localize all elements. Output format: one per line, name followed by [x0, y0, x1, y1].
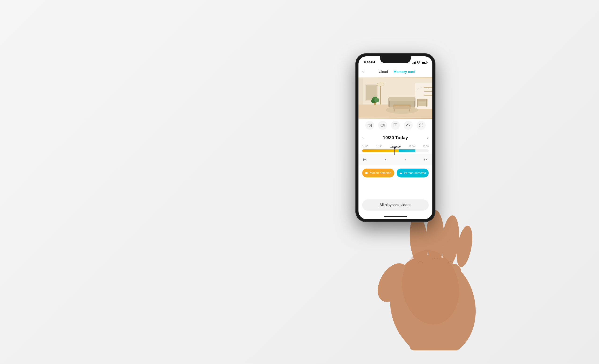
screenshot-button[interactable]: [365, 121, 374, 130]
tab-cloud[interactable]: Cloud: [379, 70, 388, 74]
bar2: [413, 62, 414, 64]
svg-rect-25: [424, 91, 432, 92]
bar3: [414, 62, 415, 64]
svg-rect-17: [426, 99, 427, 106]
home-bar: [384, 216, 407, 217]
status-icons: [412, 61, 427, 64]
svg-rect-16: [417, 99, 418, 106]
timeline-label-1130: 11:30: [376, 145, 382, 148]
date-navigation: ‹ 10/20 Today ›: [359, 132, 432, 143]
phone-frame: 8:16AM: [356, 53, 435, 222]
home-indicator: [359, 214, 432, 219]
mute-button[interactable]: [404, 121, 413, 130]
svg-rect-31: [381, 124, 383, 127]
svg-point-27: [386, 106, 418, 114]
svg-point-30: [369, 125, 370, 127]
room-scene-svg: [359, 77, 432, 119]
person-detected-button[interactable]: Person detected: [396, 169, 429, 178]
phone-notch: [380, 56, 411, 63]
bar4: [415, 61, 415, 64]
svg-rect-10: [389, 97, 415, 101]
battery-icon: [422, 61, 427, 64]
timeline-label-1100: 11:00: [362, 145, 368, 148]
phone-screen: 8:16AM: [359, 56, 432, 219]
timeline-motion-segment: [362, 149, 399, 152]
scene-container: 8:16AM: [136, 42, 463, 322]
motion-detected-button[interactable]: Motion detected: [362, 169, 394, 178]
nav-tabs: Cloud Memory card: [365, 70, 429, 74]
detection-buttons: Motion detected Person detected: [359, 165, 432, 180]
svg-point-42: [440, 215, 461, 266]
person-icon: [399, 171, 403, 175]
back-button[interactable]: ‹: [362, 69, 365, 74]
svg-point-46: [396, 245, 465, 329]
skip-to-start-button[interactable]: ⏮: [363, 157, 367, 161]
timeline-container: 11:00 11:30 12:00:00 12:30 13:00: [359, 143, 432, 154]
camera-controls: ×1: [359, 119, 432, 132]
svg-rect-26: [424, 95, 432, 95]
camera-view: [359, 77, 432, 119]
svg-point-19: [377, 83, 384, 86]
motion-icon: [365, 171, 368, 175]
next-frame-button[interactable]: -: [405, 157, 406, 161]
timeline-cursor: [395, 147, 395, 155]
wifi-icon: [417, 61, 421, 64]
timeline-person-segment: [399, 149, 415, 152]
svg-rect-36: [365, 172, 367, 174]
svg-point-23: [374, 98, 379, 102]
svg-point-0: [418, 63, 419, 64]
svg-rect-28: [359, 78, 363, 104]
timeline-label-1300: 13:00: [423, 145, 429, 148]
svg-rect-24: [424, 87, 432, 88]
skip-to-end-button[interactable]: ⏭: [424, 157, 428, 161]
svg-point-39: [371, 258, 415, 307]
motion-detected-label: Motion detected: [370, 171, 391, 175]
svg-rect-44: [405, 264, 461, 322]
timeline-label-1230: 12:30: [409, 145, 415, 148]
date-title: 10/20 Today: [383, 135, 408, 140]
nav-header: ‹ Cloud Memory card: [359, 67, 432, 77]
content-spacer: [359, 180, 432, 198]
prev-frame-button[interactable]: -: [385, 157, 386, 161]
tab-memory-card[interactable]: Memory card: [394, 70, 415, 74]
fullscreen-button[interactable]: [417, 121, 426, 130]
phone-wrapper: 8:16AM: [356, 53, 435, 222]
person-detected-label: Person detected: [404, 171, 426, 175]
svg-rect-15: [417, 99, 427, 101]
playback-controls: ⏮ - - ⏭: [359, 154, 432, 165]
timeline-track[interactable]: [362, 149, 429, 152]
speed-button[interactable]: ×1: [391, 121, 400, 130]
svg-point-37: [400, 172, 401, 173]
svg-text:×1: ×1: [395, 125, 396, 126]
record-button[interactable]: [378, 121, 387, 130]
prev-date-button[interactable]: ‹: [362, 135, 364, 140]
status-time: 8:16AM: [364, 60, 375, 64]
svg-point-40: [408, 214, 430, 267]
battery-fill: [422, 62, 426, 63]
signal-icon: [412, 61, 416, 64]
all-playback-videos-button[interactable]: All playback videos: [362, 199, 429, 211]
next-date-button[interactable]: ›: [427, 135, 429, 140]
svg-rect-18: [380, 85, 381, 104]
bar1: [412, 63, 413, 64]
